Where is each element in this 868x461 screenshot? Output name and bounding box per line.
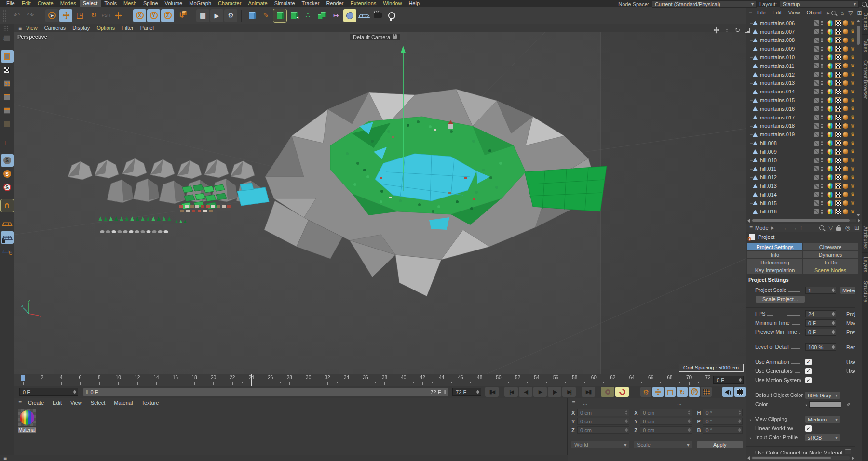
hamburger-icon[interactable]: ≡ bbox=[749, 10, 752, 16]
preview-min-time-field[interactable]: 0 F bbox=[805, 329, 836, 336]
display-tag-icon[interactable]: ♛ bbox=[850, 141, 855, 146]
uvw-tag-icon[interactable] bbox=[835, 149, 841, 155]
object-name[interactable]: mountains.010 bbox=[760, 54, 795, 60]
display-tag-icon[interactable]: ♛ bbox=[850, 89, 855, 94]
dock-drag-handle[interactable] bbox=[3, 26, 9, 31]
viewport-menu-options[interactable]: Options bbox=[93, 25, 118, 32]
go-to-previous-key-button[interactable]: |◀ bbox=[504, 387, 518, 397]
mode-flyout-icon[interactable]: ▶ bbox=[771, 225, 774, 230]
object-name[interactable]: hill.013 bbox=[760, 183, 777, 189]
tab-key-interpolation[interactable]: Key Interpolation bbox=[747, 266, 802, 274]
phong-tag-icon[interactable] bbox=[843, 106, 848, 111]
display-tag-icon[interactable]: ♛ bbox=[850, 209, 855, 214]
object-name[interactable]: mountains.007 bbox=[760, 29, 795, 35]
material-tag-icon[interactable] bbox=[827, 37, 833, 43]
object-row[interactable]: hill.014♛ bbox=[746, 190, 855, 199]
phong-tag-icon[interactable] bbox=[843, 141, 848, 146]
object-row[interactable]: mountains.006♛ bbox=[746, 19, 855, 27]
transform-mode-dropdown[interactable]: Scale ▾ bbox=[634, 441, 692, 448]
rotation-b-field[interactable]: 0 ° bbox=[703, 426, 743, 434]
display-tag-icon[interactable]: ♛ bbox=[850, 20, 855, 26]
menu-tools[interactable]: Tools bbox=[101, 0, 120, 7]
spinner-arrows-icon[interactable] bbox=[829, 345, 835, 349]
generator-menu[interactable]: ◂ bbox=[287, 9, 300, 22]
visibility-toggle-icon[interactable] bbox=[814, 80, 819, 86]
target-icon[interactable]: ◎ bbox=[845, 224, 850, 231]
uvw-tag-icon[interactable] bbox=[835, 140, 841, 146]
phong-tag-icon[interactable] bbox=[843, 192, 848, 197]
menu-animate[interactable]: Animate bbox=[244, 0, 271, 7]
uvw-tag-icon[interactable] bbox=[835, 115, 841, 120]
use-animation-checkbox[interactable]: ✓ bbox=[805, 359, 812, 365]
phong-tag-icon[interactable] bbox=[843, 29, 848, 34]
display-tag-icon[interactable]: ♛ bbox=[850, 149, 855, 154]
object-manager-menu-file[interactable]: File bbox=[754, 9, 769, 16]
viewport-camera-label[interactable]: Default Camera bbox=[350, 34, 400, 40]
display-tag-icon[interactable]: ♛ bbox=[850, 175, 855, 180]
side-tab-objects[interactable]: Objects bbox=[862, 9, 868, 35]
uvw-tag-icon[interactable] bbox=[835, 97, 841, 103]
material-tag-icon[interactable] bbox=[827, 192, 833, 198]
visibility-toggle-icon[interactable] bbox=[814, 141, 819, 146]
object-name[interactable]: hill.011 bbox=[760, 166, 776, 171]
object-list-horizontal-scrollbar[interactable] bbox=[747, 218, 860, 223]
tab-referencing[interactable]: Referencing bbox=[747, 259, 802, 266]
object-name[interactable]: hill.015 bbox=[760, 200, 777, 206]
visibility-toggle-icon[interactable] bbox=[814, 106, 819, 111]
visibility-toggle-icon[interactable] bbox=[814, 72, 819, 77]
menu-help[interactable]: Help bbox=[405, 0, 423, 7]
visibility-dots-icon[interactable] bbox=[821, 55, 823, 60]
object-row[interactable]: mountains.012♛ bbox=[746, 70, 855, 79]
display-tag-icon[interactable]: ♛ bbox=[850, 123, 855, 129]
coordinate-system-button[interactable]: ↳ bbox=[175, 9, 188, 22]
model-mode-button[interactable] bbox=[1, 50, 14, 63]
render-view-button[interactable]: ▤ bbox=[196, 9, 209, 22]
side-tab-layers[interactable]: Layers bbox=[862, 253, 868, 277]
phong-tag-icon[interactable] bbox=[843, 158, 848, 163]
scroll-right-icon[interactable] bbox=[852, 456, 854, 460]
viewport-menu-filter[interactable]: Filter bbox=[118, 25, 136, 32]
hamburger-icon[interactable]: ≡ bbox=[18, 25, 22, 32]
object-name[interactable]: hill.012 bbox=[760, 174, 777, 180]
visibility-toggle-icon[interactable] bbox=[814, 158, 819, 163]
object-name[interactable]: hill.014 bbox=[760, 192, 777, 198]
material-menu-create[interactable]: Create bbox=[25, 399, 47, 407]
snap-modes-button[interactable]: S bbox=[1, 168, 14, 180]
scrollbar-thumb[interactable] bbox=[752, 457, 831, 459]
object-name[interactable]: mountains.012 bbox=[760, 72, 795, 78]
size-y-field[interactable]: 0 cm bbox=[640, 418, 692, 425]
object-row[interactable]: mountains.007♛ bbox=[746, 27, 855, 36]
phong-tag-icon[interactable] bbox=[843, 166, 848, 171]
rotate-view-icon[interactable]: ↻ bbox=[734, 26, 741, 34]
material-menu-edit[interactable]: Edit bbox=[49, 399, 65, 407]
material-tag-icon[interactable] bbox=[827, 46, 833, 52]
primitive-cube-menu[interactable] bbox=[245, 9, 258, 22]
object-row[interactable]: mountains.019♛ bbox=[746, 130, 855, 139]
phong-tag-icon[interactable] bbox=[843, 209, 848, 214]
object-row[interactable]: hill.012♛ bbox=[746, 173, 855, 182]
z-axis-lock-button[interactable]: Z bbox=[161, 9, 174, 22]
lock-workplane-button[interactable] bbox=[1, 231, 14, 244]
uvw-tag-icon[interactable] bbox=[835, 37, 841, 43]
camera-menu[interactable] bbox=[371, 9, 384, 22]
uvw-tag-icon[interactable] bbox=[835, 54, 841, 60]
visibility-dots-icon[interactable] bbox=[821, 141, 823, 145]
scroll-right-icon[interactable] bbox=[858, 219, 860, 223]
material-tag-icon[interactable] bbox=[827, 132, 833, 137]
scrollbar-thumb[interactable] bbox=[857, 26, 860, 45]
material-menu-select[interactable]: Select bbox=[87, 399, 109, 407]
scroll-up-icon[interactable] bbox=[856, 20, 860, 22]
timeline-ruler[interactable]: 0246810121416182022242628303234363840424… bbox=[14, 374, 746, 386]
side-tab-takes[interactable]: Takes bbox=[862, 35, 868, 56]
object-name[interactable]: mountains.016 bbox=[760, 106, 795, 112]
visibility-toggle-icon[interactable] bbox=[814, 200, 819, 206]
preview-range-slider[interactable]: ‖ 0 F 72 F ‖ bbox=[83, 388, 448, 396]
object-name[interactable]: mountains.013 bbox=[760, 80, 795, 86]
object-row[interactable]: hill.015♛ bbox=[746, 199, 855, 208]
render-to-picture-viewer-button[interactable]: ▶ bbox=[210, 9, 223, 22]
range-start-field[interactable]: 0 F bbox=[19, 388, 78, 396]
object-name[interactable]: mountains.015 bbox=[760, 97, 795, 103]
object-row[interactable]: mountains.013♛ bbox=[746, 79, 855, 88]
size-mode-dropdown[interactable]: ... bbox=[677, 400, 681, 406]
eyedropper-icon[interactable]: ✎ bbox=[845, 402, 851, 407]
